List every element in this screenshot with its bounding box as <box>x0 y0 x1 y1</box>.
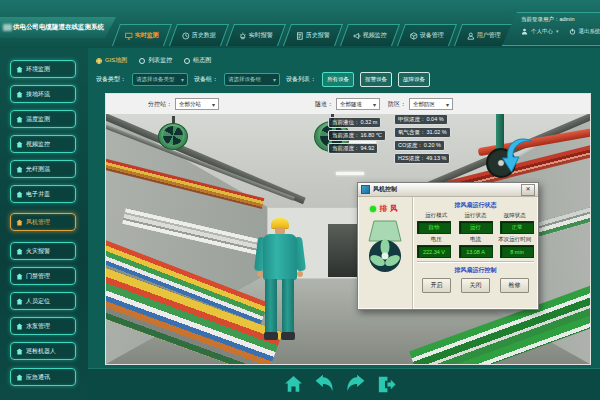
hud-oxygen: 氧气含量：31.02 % <box>394 127 451 138</box>
home-icon[interactable] <box>283 374 304 395</box>
all-devices-button[interactable]: 所有设备 <box>322 72 354 87</box>
dialog-title-bar[interactable]: 风机控制 <box>358 183 538 197</box>
control-section-header: 排风扇运行控制 <box>417 266 534 275</box>
tab-history-alarm[interactable]: 历史报警 <box>283 24 343 46</box>
hud-liquid-level: 当前液位：0.32 m <box>328 117 381 128</box>
radio-list-monitor[interactable]: 列表监控 <box>139 56 172 65</box>
radio-dot <box>139 58 145 64</box>
top-bar: 供电公司电缆隧道在线监测系统 实时监测 历史数据 实时报警 历史报警 视频监控 … <box>0 0 600 49</box>
tunnel-select[interactable]: 全部隧道 <box>336 98 380 110</box>
tab-realtime-monitoring[interactable]: 实时监测 <box>112 24 172 46</box>
tunnel-worker-figure <box>248 218 312 364</box>
alarm-devices-button[interactable]: 报警设备 <box>360 72 392 87</box>
history-clock-icon <box>182 32 190 40</box>
sidebar-item-access-control[interactable]: 门禁管理 <box>10 267 76 285</box>
tab-video-monitoring[interactable]: 视频监控 <box>340 24 400 46</box>
meter-label: 电压 <box>417 236 456 243</box>
sidebar-item-video[interactable]: 视频监控 <box>10 135 76 153</box>
dialog-status-pane: 排风扇运行状态 运行模式 运行状态 故障状态 自动 运行 正常 电压 电流 本次… <box>413 197 538 309</box>
navigate-arrow-icon[interactable] <box>502 134 534 174</box>
fault-devices-button[interactable]: 故障设备 <box>398 72 430 87</box>
ceiling-light <box>336 172 364 175</box>
sidebar-item-emergency-comm[interactable]: 应急通讯 <box>10 368 76 386</box>
device-group-dropdown[interactable]: 请选择设备组 <box>224 73 280 86</box>
sidebar-item-environment[interactable]: 环境监测 <box>10 60 76 78</box>
radio-dot <box>184 58 190 64</box>
monitor-icon <box>125 32 133 40</box>
house-icon <box>16 273 23 280</box>
radio-dot <box>96 58 102 64</box>
house-icon <box>16 91 23 98</box>
tab-device-management[interactable]: 设备管理 <box>397 24 457 46</box>
current-user-label: 当前登录用户：admin <box>521 16 598 23</box>
meter-value-voltage: 222.34 V <box>417 245 451 258</box>
fan-stop-button[interactable]: 关闭 <box>461 278 490 293</box>
status-value-running: 运行 <box>459 221 493 234</box>
tab-realtime-alarm[interactable]: 实时报警 <box>226 24 286 46</box>
hud-temperature: 当前温度：16.80 ℃ <box>328 130 386 141</box>
main-tabs: 实时监测 历史数据 实时报警 历史报警 视频监控 设备管理 用户管理 <box>116 24 510 46</box>
fan-blades <box>163 126 182 146</box>
redacted-company-name <box>3 24 12 31</box>
device-type-dropdown[interactable]: 请选择设备类型 <box>132 73 188 86</box>
worker-boot <box>281 332 295 340</box>
sidebar-item-fire-alarm[interactable]: 火灾报警 <box>10 242 76 260</box>
tunnel-label: 隧道： <box>315 100 333 109</box>
sidebar-item-ground-current[interactable]: 接地环流 <box>10 85 76 103</box>
device-name: 排风 <box>380 204 401 214</box>
chevron-down-icon: ▾ <box>556 28 559 34</box>
app-title-banner: 供电公司电缆隧道在线监测系统 <box>0 17 116 38</box>
alarm-lamp-icon <box>239 32 247 40</box>
sidebar-item-inspection-robot[interactable]: 巡检机器人 <box>10 342 76 360</box>
redo-arrow-icon[interactable] <box>345 374 366 395</box>
sidebar-item-temperature[interactable]: 温度监测 <box>10 110 76 128</box>
sidebar-item-personnel-location[interactable]: 人员定位 <box>10 292 76 310</box>
house-icon <box>16 298 23 305</box>
status-label: 运行状态 <box>456 212 495 219</box>
radio-scada-view[interactable]: 组态图 <box>184 56 211 65</box>
sidebar-item-fiber-temp[interactable]: 光纤测温 <box>10 160 76 178</box>
hud-h2s: H2S浓度：49.13 % <box>394 153 450 164</box>
sidebar-item-manhole-cover[interactable]: 电子井盖 <box>10 185 76 203</box>
house-icon <box>16 141 23 148</box>
house-icon <box>16 248 23 255</box>
tab-history-data[interactable]: 历史数据 <box>169 24 229 46</box>
logout-button[interactable]: 退出系统 <box>579 28 600 35</box>
view-mode-radios: GIS地图 列表监控 组态图 <box>96 56 211 65</box>
house-icon <box>16 374 23 381</box>
device-type-label: 设备类型： <box>96 75 126 84</box>
dialog-device-pane: 排风 <box>358 197 413 309</box>
sidebar-item-water-pump[interactable]: 水泵管理 <box>10 317 76 335</box>
close-icon[interactable] <box>521 184 535 196</box>
undo-arrow-icon[interactable] <box>314 374 335 395</box>
house-icon <box>16 323 23 330</box>
dialog-title: 风机控制 <box>373 185 518 194</box>
house-icon <box>16 66 23 73</box>
station-select[interactable]: 全部分站 <box>175 98 219 110</box>
hud-co: CO浓度：0.20 % <box>394 140 445 151</box>
profile-link[interactable]: 个人中心 <box>531 28 553 35</box>
status-value-mode: 自动 <box>417 221 451 234</box>
bottom-bar <box>88 368 600 400</box>
user-area: 当前登录用户：admin 个人中心 ▾ 退出系统 <box>502 12 600 46</box>
speaker-camera-icon <box>353 32 361 40</box>
fan-control-dialog: 风机控制 排风 <box>357 182 539 310</box>
sidebar-item-fan-management[interactable]: 风机管理 <box>10 213 76 231</box>
fan-illustration <box>365 219 405 275</box>
exit-icon[interactable] <box>376 374 397 395</box>
app-window: 供电公司电缆隧道在线监测系统 实时监测 历史数据 实时报警 历史报警 视频监控 … <box>0 0 600 400</box>
fan-maintenance-button[interactable]: 检修 <box>500 278 529 293</box>
power-icon <box>569 28 576 35</box>
meter-value-current: 13.08 A <box>459 245 493 258</box>
person-icon <box>521 28 528 35</box>
worker-boot <box>264 332 278 340</box>
tunnel-fan-left <box>158 116 188 150</box>
radio-gis-map[interactable]: GIS地图 <box>96 56 127 65</box>
alarm-log-icon <box>296 32 304 40</box>
dialog-icon <box>361 185 370 194</box>
meter-value-runtime: 8 min <box>500 245 534 258</box>
zone-select[interactable]: 全部防区 <box>409 98 453 110</box>
meter-label: 电流 <box>456 236 495 243</box>
fan-start-button[interactable]: 开启 <box>422 278 451 293</box>
device-cube-icon <box>410 32 418 40</box>
